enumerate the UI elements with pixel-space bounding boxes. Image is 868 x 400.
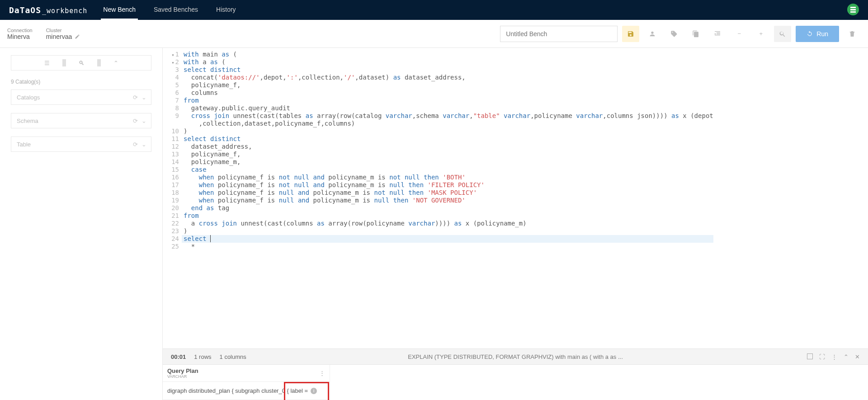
code-editor[interactable]: ▾1▾2345678910111213141516171819202122232… bbox=[163, 48, 868, 348]
run-label: Run bbox=[816, 30, 828, 38]
catalogs-label: Catalogs bbox=[17, 94, 40, 101]
refresh-icon[interactable]: ⟳ bbox=[133, 118, 138, 124]
results-body: Query Plan VARCHAR ⋮ digraph distributed… bbox=[163, 365, 868, 400]
table-select[interactable]: Table ⟳⌄ bbox=[11, 136, 151, 152]
editor-area: ▾1▾2345678910111213141516171819202122232… bbox=[163, 48, 868, 400]
annotation-box bbox=[284, 382, 329, 400]
chevron-up-icon[interactable]: ⌃ bbox=[112, 60, 120, 66]
search-icon[interactable] bbox=[774, 26, 791, 42]
minus-icon[interactable]: − bbox=[731, 26, 748, 42]
more-icon[interactable]: ⋮ bbox=[831, 353, 837, 360]
subheader: Connection Minerva Cluster minervaa − + … bbox=[0, 20, 868, 48]
collapse-up-icon[interactable]: ⌃ bbox=[844, 353, 849, 360]
column-count: 1 columns bbox=[220, 353, 246, 360]
code[interactable]: with main as (with a as (select distinct… bbox=[184, 51, 713, 348]
header-right bbox=[847, 4, 859, 17]
pencil-icon[interactable] bbox=[75, 34, 80, 39]
catalogs-select[interactable]: Catalogs ⟳⌄ bbox=[11, 89, 151, 105]
column-type: VARCHAR bbox=[167, 374, 198, 379]
svg-rect-2 bbox=[850, 9, 856, 10]
chevron-down-icon[interactable]: ⌄ bbox=[142, 94, 146, 101]
logo-sub: _workbench bbox=[42, 7, 87, 15]
logo: DaTaOS _workbench bbox=[9, 5, 87, 15]
cluster-value: minervaa bbox=[46, 33, 80, 40]
nav-tab-new-bench[interactable]: New Bench bbox=[101, 0, 138, 20]
catalog-count: 9 Catalog(s) bbox=[11, 79, 151, 85]
chevron-down-icon[interactable]: ⌄ bbox=[142, 118, 146, 124]
close-icon[interactable]: ✕ bbox=[855, 353, 860, 360]
nav-tab-saved-benches[interactable]: Saved Benches bbox=[151, 0, 200, 20]
run-icon bbox=[807, 31, 813, 37]
cluster-group[interactable]: Cluster minervaa bbox=[46, 28, 80, 40]
connection-group[interactable]: Connection Minerva bbox=[7, 28, 33, 40]
nav-tab-history[interactable]: History bbox=[214, 0, 238, 20]
column-menu-icon[interactable]: ⋮ bbox=[319, 370, 325, 376]
results-checkbox[interactable] bbox=[807, 353, 813, 359]
subheader-right: − + Run bbox=[500, 26, 861, 42]
results-actions: ⛶ ⋮ ⌃ ✕ bbox=[807, 353, 860, 360]
menu-icon[interactable]: ☰ bbox=[42, 60, 52, 66]
plus-icon[interactable]: + bbox=[752, 26, 769, 42]
table-label: Table bbox=[17, 141, 31, 148]
copy-icon[interactable] bbox=[687, 26, 704, 42]
avatar-icon[interactable] bbox=[847, 4, 859, 15]
sidebar-toolbar: ☰ 🔍︎ ⌃ bbox=[11, 55, 151, 71]
trash-icon[interactable] bbox=[844, 26, 861, 42]
results-bar: 00:01 1 rows 1 columns EXPLAIN (TYPE DIS… bbox=[163, 348, 868, 365]
connection-label: Connection bbox=[7, 28, 33, 33]
connection-value: Minerva bbox=[7, 33, 33, 40]
column-header[interactable]: Query Plan VARCHAR ⋮ bbox=[163, 365, 330, 382]
nav-tabs: New Bench Saved Benches History bbox=[101, 0, 238, 20]
svg-rect-3 bbox=[850, 11, 856, 13]
tag-icon[interactable] bbox=[665, 26, 683, 42]
svg-rect-1 bbox=[850, 7, 856, 8]
run-button[interactable]: Run bbox=[796, 26, 839, 42]
user-icon[interactable] bbox=[644, 26, 661, 42]
elapsed-time: 00:01 bbox=[171, 353, 186, 360]
search-sidebar-icon[interactable]: 🔍︎ bbox=[77, 60, 86, 66]
sidebar: ☰ 🔍︎ ⌃ 9 Catalog(s) Catalogs ⟳⌄ Schema ⟳… bbox=[0, 48, 163, 400]
cluster-label: Cluster bbox=[46, 28, 80, 33]
refresh-icon[interactable]: ⟳ bbox=[133, 94, 138, 101]
refresh-icon[interactable]: ⟳ bbox=[133, 141, 138, 148]
query-summary: EXPLAIN (TYPE DISTRIBUTED, FORMAT GRAPHV… bbox=[408, 353, 623, 360]
column-title: Query Plan bbox=[167, 367, 198, 374]
schema-label: Schema bbox=[17, 118, 38, 124]
row-count: 1 rows bbox=[194, 353, 211, 360]
cluster-value-text: minervaa bbox=[46, 33, 72, 40]
bench-title-input[interactable] bbox=[500, 26, 618, 42]
indent-icon[interactable] bbox=[709, 26, 726, 42]
main: ☰ 🔍︎ ⌃ 9 Catalog(s) Catalogs ⟳⌄ Schema ⟳… bbox=[0, 48, 868, 400]
schema-select[interactable]: Schema ⟳⌄ bbox=[11, 113, 151, 128]
save-button[interactable] bbox=[622, 26, 639, 42]
expand-icon[interactable]: ⛶ bbox=[819, 353, 825, 360]
gutter: ▾1▾2345678910111213141516171819202122232… bbox=[163, 51, 184, 348]
top-header: DaTaOS _workbench New Bench Saved Benche… bbox=[0, 0, 868, 20]
chevron-down-icon[interactable]: ⌄ bbox=[142, 141, 146, 148]
logo-main: DaTaOS bbox=[9, 5, 41, 15]
